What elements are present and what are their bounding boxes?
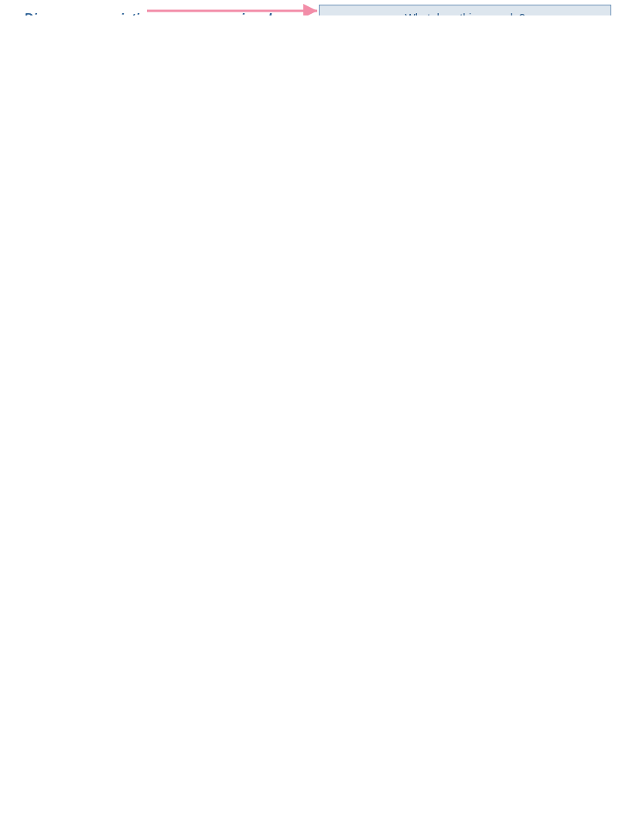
gene-caption: What does this gene do? [321, 7, 609, 15]
arrow-icon [147, 3, 325, 15]
gene-card: What does this gene do? NCBIResources ▾ … [319, 5, 611, 15]
